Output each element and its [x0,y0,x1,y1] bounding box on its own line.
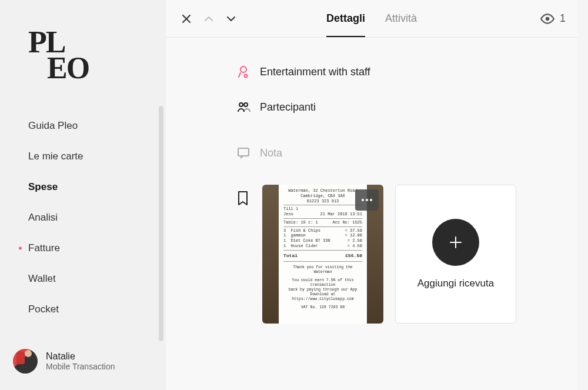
dots-icon [362,199,364,201]
detail-content: Entertainment with staff Partecipanti No… [166,38,577,390]
sidebar-item-analysis[interactable]: Analisi [28,202,166,233]
notification-dot-icon [19,247,22,250]
prev-button[interactable] [200,10,218,28]
receipt-menu-button[interactable] [355,189,379,211]
next-button[interactable] [222,10,240,28]
watchers-count: 1 [560,12,566,25]
participants-icon [236,100,250,114]
add-receipt-label: Aggiungi ricevuta [417,278,494,289]
add-receipt-button[interactable]: Aggiungi ricevuta [395,185,516,324]
sidebar-item-expenses[interactable]: Spese [28,172,166,202]
svg-point-4 [244,103,248,106]
brand-logo: PL EO [28,29,166,81]
chevron-up-icon [203,14,214,24]
main-panel: Dettagli Attività 1 Entertainment with s… [166,0,588,390]
sidebar-item-wallet[interactable]: Wallet [28,264,166,294]
svg-point-1 [240,66,246,72]
participants-row[interactable]: Partecipanti [236,89,542,125]
svg-rect-5 [238,148,249,156]
category-row[interactable]: Entertainment with staff [236,54,542,89]
bookmark-button[interactable] [236,185,250,208]
svg-point-2 [245,75,248,78]
topbar-controls [178,10,240,28]
sidebar-item-label: Fatture [28,242,60,254]
tab-label: Dettagli [326,12,365,25]
category-label: Entertainment with staff [260,66,370,78]
sidebar: PL EO Guida Pleo Le mie carte Spese Anal… [0,0,166,390]
tabs: Dettagli Attività [326,0,417,37]
sidebar-item-label: Guida Pleo [28,120,78,131]
participants-label: Partecipanti [260,101,316,114]
receipts-section: Waterman, 32 Chesterton Road Cambridge, … [236,185,542,324]
sidebar-item-label: Spese [28,181,58,192]
watchers[interactable]: 1 [540,11,566,26]
close-button[interactable] [178,10,195,28]
sidebar-item-cards[interactable]: Le mie carte [28,141,166,172]
svg-point-3 [239,103,243,106]
receipt-image: Waterman, 32 Chesterton Road Cambridge, … [279,185,367,324]
sidebar-item-label: Le mie carte [28,151,83,162]
sidebar-item-invoices[interactable]: Fatture [28,233,166,264]
sidebar-nav: Guida Pleo Le mie carte Spese Analisi Fa… [0,111,166,325]
tab-label: Attività [385,12,417,25]
category-icon [236,65,250,79]
bookmark-icon [236,191,249,206]
sidebar-item-label: Analisi [28,212,58,223]
user-name: Natalie [46,351,115,362]
avatar [13,349,38,374]
sidebar-item-pocket[interactable]: Pocket [28,294,166,325]
chevron-down-icon [226,14,236,24]
sidebar-item-label: Wallet [28,273,56,284]
close-icon [181,14,192,24]
user-profile[interactable]: Natalie Mobile Transaction [0,349,166,390]
eye-icon [540,11,555,26]
topbar: Dettagli Attività 1 [166,0,577,38]
receipt-thumbnail[interactable]: Waterman, 32 Chesterton Road Cambridge, … [262,185,383,324]
user-subtitle: Mobile Transaction [46,362,115,371]
note-row[interactable]: Nota [236,135,542,171]
note-placeholder: Nota [260,147,282,159]
tab-details[interactable]: Dettagli [326,0,365,37]
plus-icon [432,219,479,266]
sidebar-item-label: Pocket [28,304,59,315]
sidebar-scrollbar[interactable] [159,106,163,341]
note-icon [236,146,250,160]
svg-point-0 [546,16,550,21]
tab-activity[interactable]: Attività [385,0,417,37]
sidebar-item-guide[interactable]: Guida Pleo [28,111,166,141]
